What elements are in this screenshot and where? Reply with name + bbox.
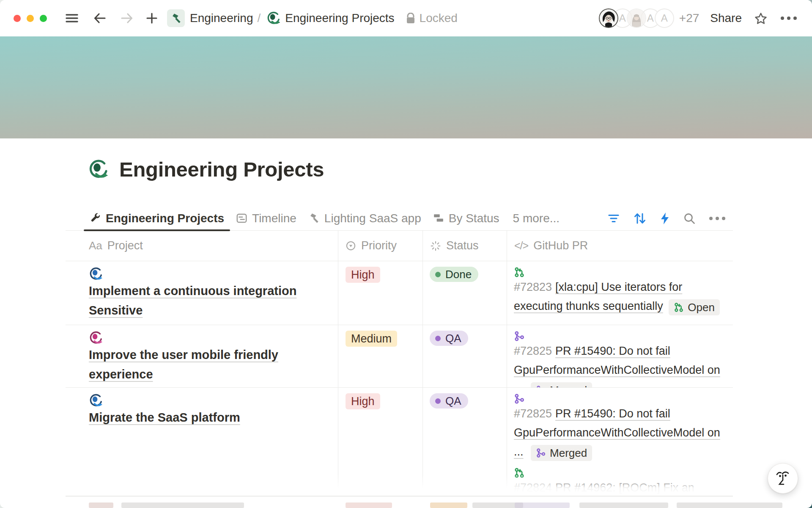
table-row: Improve the user mobile friendly experie…	[66, 325, 733, 388]
status-tag: Done	[430, 267, 478, 282]
hamburger-icon	[66, 13, 78, 23]
tab-engineering-projects[interactable]: Engineering Projects	[84, 206, 230, 230]
page-cover[interactable]	[0, 36, 812, 138]
workspace-icon-chip[interactable]	[167, 9, 185, 27]
status-tag: QA	[430, 331, 468, 346]
page-title-cycle-icon[interactable]	[88, 159, 109, 180]
hammer-icon	[308, 213, 320, 224]
breadcrumb-page[interactable]: Engineering Projects	[285, 11, 394, 25]
wrench-icon	[90, 213, 101, 224]
filter-button[interactable]	[608, 213, 620, 224]
minimize-window-button[interactable]	[27, 15, 34, 22]
pr-entry: #72825PR #15490: Do not fail GpuPerforma…	[514, 393, 723, 461]
cell-github-pr[interactable]: #72823[xla:cpu] Use iterators for execut…	[507, 261, 733, 325]
pr-merged-icon	[536, 448, 546, 458]
more-views-button[interactable]: 5 more...	[508, 212, 565, 225]
cycle-arrow-icon	[89, 393, 103, 408]
zoom-window-button[interactable]	[40, 15, 47, 22]
priority-tag: Medium	[346, 331, 397, 347]
pr-entry: #72825PR #15490: Do not fail GpuPerforma…	[514, 331, 723, 388]
tab-label: Engineering Projects	[106, 212, 224, 225]
back-button[interactable]	[93, 13, 106, 24]
tab-label: By Status	[449, 212, 499, 225]
star-icon	[754, 12, 767, 25]
new-page-button[interactable]	[146, 12, 158, 24]
cell-project[interactable]: Improve the user mobile friendly experie…	[66, 325, 338, 388]
column-label: GitHub PR	[533, 239, 588, 252]
column-header-status[interactable]: Status	[423, 231, 507, 261]
tab-timeline[interactable]: Timeline	[230, 206, 302, 230]
lock-status[interactable]: Locked	[406, 11, 458, 25]
cell-github-pr[interactable]: #72825PR #15490: Do not fail GpuPerforma…	[507, 325, 733, 388]
lock-icon	[406, 13, 416, 24]
partial-next-row	[66, 496, 733, 508]
view-more-button[interactable]	[709, 217, 725, 220]
view-tabs-bar: Engineering Projects Timeline Lighting S…	[66, 206, 733, 231]
sort-button[interactable]	[634, 213, 646, 224]
close-window-button[interactable]	[14, 15, 21, 22]
forward-arrow-icon	[121, 13, 133, 24]
sidebar-toggle-button[interactable]	[66, 13, 78, 23]
cycle-arrow-icon	[89, 331, 103, 345]
tab-label: Lighting SaaS app	[324, 212, 421, 225]
presence-overflow-count[interactable]: +27	[679, 11, 700, 25]
status-dot	[435, 398, 441, 404]
avatar-photo-1[interactable]	[599, 8, 618, 28]
share-button[interactable]: Share	[710, 11, 742, 25]
project-title-link[interactable]: Implement a continuous integration Sensi…	[89, 284, 296, 317]
project-title-link[interactable]: Improve the user mobile friendly experie…	[89, 348, 278, 381]
pr-state-label: Merged	[550, 445, 587, 461]
status-dot	[435, 336, 441, 341]
search-button[interactable]	[683, 213, 695, 224]
column-header-priority[interactable]: Priority	[338, 231, 423, 261]
window-titlebar: Engineering / Engineering Projects Locke…	[0, 0, 812, 36]
sort-icon	[634, 213, 646, 224]
status-dot	[435, 272, 441, 277]
tab-by-status[interactable]: By Status	[427, 206, 505, 230]
pr-number: #72825	[514, 407, 552, 420]
favorite-button[interactable]	[754, 12, 767, 25]
table-row: Implement a continuous integration Sensi…	[66, 261, 733, 325]
pr-merged-icon	[514, 393, 525, 404]
pr-state-badge[interactable]: Merged	[531, 445, 592, 461]
page-more-button[interactable]	[781, 17, 797, 20]
avatar-letter: A	[619, 12, 626, 24]
pr-state-label: Open	[688, 299, 715, 315]
automation-button[interactable]	[660, 212, 669, 225]
cell-project[interactable]: Implement a continuous integration Sensi…	[66, 261, 338, 325]
notion-ai-button[interactable]	[768, 463, 798, 494]
page-title: Engineering Projects	[119, 157, 324, 181]
presence-avatars[interactable]: A A A	[599, 8, 674, 28]
pr-state-badge[interactable]: Open	[669, 299, 720, 315]
breadcrumb-workspace[interactable]: Engineering	[190, 11, 253, 25]
column-header-project[interactable]: Aa Project	[66, 231, 338, 261]
page-cycle-icon	[266, 11, 281, 25]
table-header-row: Aa Project Priority Status </> GitHub PR	[66, 231, 733, 261]
cell-status[interactable]: QA	[423, 325, 507, 388]
status-property-icon	[430, 240, 441, 251]
page-header: Engineering Projects	[88, 157, 324, 181]
traffic-lights	[14, 15, 47, 22]
project-title-link[interactable]: Migrate the SaaS platform	[89, 411, 240, 424]
cell-priority[interactable]: High	[338, 261, 423, 325]
pr-number: #72823	[514, 281, 552, 293]
priority-tag: High	[346, 393, 380, 409]
pr-merged-icon	[514, 331, 525, 342]
tab-lighting-saas-app[interactable]: Lighting SaaS app	[302, 206, 427, 230]
view-toolbar	[608, 212, 733, 225]
ellipsis-icon	[709, 217, 725, 220]
forward-button[interactable]	[121, 13, 133, 24]
avatar-letter: A	[647, 12, 654, 24]
column-header-github-pr[interactable]: </> GitHub PR	[507, 231, 733, 261]
notion-ai-face-icon	[774, 469, 791, 488]
cell-priority[interactable]: Medium	[338, 325, 423, 388]
code-property-icon: </>	[514, 240, 528, 252]
tab-label: Timeline	[252, 212, 296, 225]
cell-status[interactable]: Done	[423, 261, 507, 325]
avatar-letter-3[interactable]: A	[655, 8, 674, 28]
pr-state-badge[interactable]: Merged	[531, 382, 592, 388]
pr-open-icon	[514, 267, 525, 278]
column-label: Status	[446, 239, 479, 252]
bottom-fade-overlay	[66, 475, 733, 496]
avatar-photo-2[interactable]	[627, 8, 646, 28]
